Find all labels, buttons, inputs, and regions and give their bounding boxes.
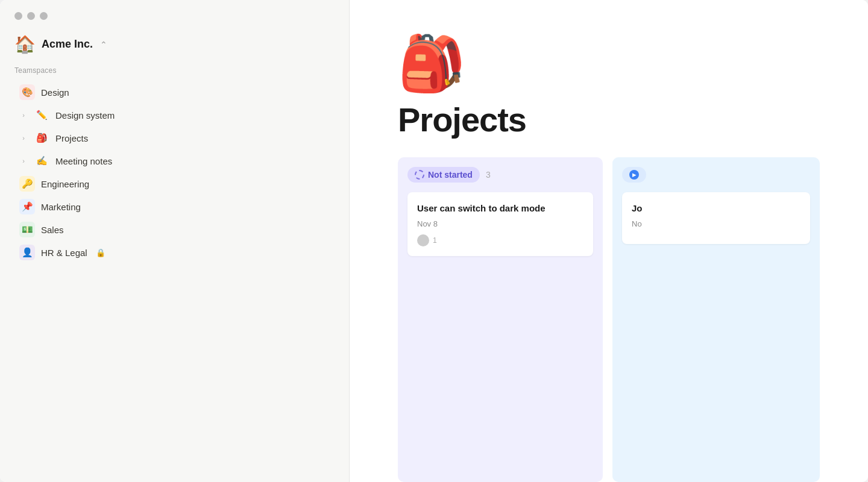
column-in-progress: ▶ Jo No	[612, 157, 820, 482]
column-in-progress-header: ▶	[622, 167, 810, 183]
engineering-icon-wrapper: 🔑	[19, 176, 35, 192]
workspace-header[interactable]: 🏠 Acme Inc. ⌃	[0, 30, 349, 66]
page-emoji: 🎒	[398, 36, 465, 90]
app-window: 🏠 Acme Inc. ⌃ Teamspaces 🎨 Design › ✏️ D…	[0, 0, 868, 482]
sidebar-item-hr[interactable]: 👤 HR & Legal 🔒	[5, 241, 344, 264]
projects-icon: 🎒	[36, 133, 48, 143]
marketing-icon: 📌	[22, 201, 33, 212]
sidebar-item-meeting-notes[interactable]: › ✍️ Meeting notes	[5, 149, 344, 172]
design-system-icon-wrapper: ✏️	[34, 107, 49, 123]
column-not-started-header: Not started 3	[407, 167, 593, 183]
close-button[interactable]	[14, 12, 22, 20]
hr-icon-wrapper: 👤	[19, 245, 35, 260]
in-progress-badge[interactable]: ▶	[622, 167, 646, 183]
card-dark-mode-title: User can switch to dark mode	[417, 202, 583, 214]
card-avatar	[417, 234, 429, 246]
not-started-circle-icon	[415, 170, 424, 180]
page-header: 🎒 Projects	[350, 0, 868, 157]
marketing-icon-wrapper: 📌	[19, 199, 35, 214]
projects-icon-wrapper: 🎒	[34, 130, 49, 146]
meeting-notes-icon: ✍️	[36, 155, 48, 166]
sidebar: 🏠 Acme Inc. ⌃ Teamspaces 🎨 Design › ✏️ D…	[0, 0, 350, 482]
chevron-icon: ›	[19, 134, 28, 142]
sidebar-item-sales[interactable]: 💵 Sales	[5, 218, 344, 241]
main-content: 🎒 Projects Not started 3 User can switch…	[350, 0, 868, 482]
sidebar-item-projects-label: Projects	[55, 133, 88, 143]
sidebar-item-marketing[interactable]: 📌 Marketing	[5, 195, 344, 218]
sidebar-item-design-label: Design	[41, 87, 69, 98]
sidebar-item-design[interactable]: 🎨 Design	[5, 81, 344, 104]
design-system-icon: ✏️	[36, 110, 48, 120]
in-progress-play-icon: ▶	[629, 170, 639, 180]
lock-icon: 🔒	[96, 248, 105, 257]
not-started-badge[interactable]: Not started	[407, 167, 480, 183]
sidebar-item-design-system-label: Design system	[55, 110, 115, 120]
board-area: Not started 3 User can switch to dark mo…	[350, 157, 868, 482]
card-jo[interactable]: Jo No	[622, 192, 810, 244]
chevron-icon: ›	[19, 157, 28, 164]
card-jo-date: No	[632, 219, 800, 228]
not-started-count: 3	[486, 170, 491, 180]
column-not-started: Not started 3 User can switch to dark mo…	[398, 157, 603, 482]
sales-icon: 💵	[22, 224, 33, 235]
sidebar-item-projects[interactable]: › 🎒 Projects	[5, 127, 344, 149]
workspace-name: Acme Inc.	[42, 38, 93, 51]
workspace-chevron-icon: ⌃	[100, 40, 107, 49]
sidebar-item-design-system[interactable]: › ✏️ Design system	[5, 104, 344, 127]
maximize-button[interactable]	[40, 12, 48, 20]
sidebar-item-hr-label: HR & Legal	[41, 248, 87, 258]
svg-rect-0	[420, 237, 427, 242]
meeting-notes-icon-wrapper: ✍️	[34, 153, 49, 169]
design-icon-wrapper: 🎨	[19, 84, 35, 100]
sidebar-item-engineering[interactable]: 🔑 Engineering	[5, 172, 344, 195]
page-title: Projects	[398, 100, 526, 139]
engineering-icon: 🔑	[22, 178, 33, 189]
sales-icon-wrapper: 💵	[19, 222, 35, 237]
minimize-button[interactable]	[27, 12, 35, 20]
design-icon: 🎨	[22, 87, 33, 98]
hr-icon: 👤	[22, 247, 33, 258]
teamspaces-label: Teamspaces	[0, 66, 349, 81]
sidebar-item-marketing-label: Marketing	[41, 202, 81, 212]
sidebar-item-meeting-notes-label: Meeting notes	[55, 156, 112, 166]
workspace-emoji: 🏠	[14, 34, 36, 54]
card-dark-mode-meta: 1	[417, 234, 583, 246]
sidebar-item-sales-label: Sales	[41, 225, 64, 235]
card-jo-title: Jo	[632, 202, 800, 214]
not-started-label: Not started	[428, 170, 473, 180]
window-controls	[0, 0, 349, 30]
card-dark-mode[interactable]: User can switch to dark mode Nov 8 1	[407, 192, 593, 256]
chevron-icon: ›	[19, 111, 28, 119]
card-comment-count: 1	[433, 236, 437, 245]
sidebar-item-engineering-label: Engineering	[41, 179, 89, 189]
card-dark-mode-date: Nov 8	[417, 219, 583, 228]
